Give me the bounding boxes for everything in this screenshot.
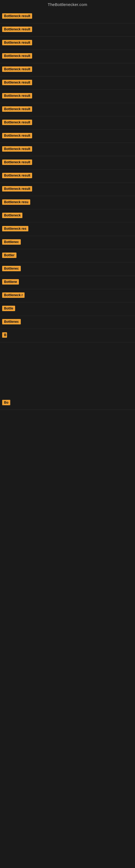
list-item: Bottleneck result — [0, 50, 135, 63]
list-item: Bottleneck res — [0, 223, 135, 236]
bottleneck-badge[interactable]: Bottler — [2, 252, 16, 258]
bottleneck-badge[interactable]: Bottleneck result — [2, 146, 32, 152]
bottleneck-badge[interactable]: Bottleneck — [2, 213, 22, 218]
list-item: Bottleneck — [0, 209, 135, 223]
list-item: Bottleneck result — [0, 76, 135, 90]
bottleneck-badge[interactable]: Bottleneck result — [2, 66, 32, 72]
list-item: Bottleneck result — [0, 143, 135, 156]
bottleneck-badge[interactable]: Bottleneck result — [2, 120, 32, 125]
list-item: Bottleneck result — [0, 63, 135, 76]
bottleneck-badge[interactable]: Bottleneck result — [2, 13, 32, 19]
bottleneck-badge[interactable]: Bottleneck res — [2, 226, 28, 231]
list-item: Bottlenec — [0, 316, 135, 329]
bottleneck-badge[interactable]: Bottlenec — [2, 266, 21, 271]
bottleneck-badge[interactable]: Bottlene — [2, 279, 19, 284]
list-item: Bottleneck r — [0, 289, 135, 303]
bottleneck-badge[interactable]: Bottleneck result — [2, 133, 32, 138]
list-item: Bottler — [0, 249, 135, 262]
bottleneck-badge[interactable]: Bottleneck result — [2, 106, 32, 112]
bottleneck-badge[interactable]: Bo — [2, 400, 10, 405]
list-item: Bottleneck result — [0, 37, 135, 50]
bottleneck-badge[interactable]: Bottleneck result — [2, 93, 32, 98]
bottleneck-badge[interactable]: Bottleneck r — [2, 292, 25, 298]
bottleneck-badge[interactable]: Bottlenec — [2, 239, 21, 245]
list-item: Bottle — [0, 303, 135, 316]
site-title: TheBottlenecker.com — [48, 2, 87, 7]
bottleneck-badge[interactable]: Bottleneck result — [2, 27, 32, 32]
bottleneck-badge[interactable]: Bottle — [2, 306, 15, 311]
list-item: Bottleneck result — [0, 103, 135, 116]
bottleneck-list: Bottleneck result Bottleneck result Bott… — [0, 10, 135, 529]
bottleneck-badge[interactable]: Bottleneck result — [2, 53, 32, 59]
bottleneck-badge[interactable]: Bottlenec — [2, 319, 21, 324]
bottleneck-badge[interactable]: Bottleneck result — [2, 159, 32, 165]
bottleneck-badge[interactable]: Bottleneck result — [2, 186, 32, 191]
bottleneck-badge[interactable]: Bottleneck result — [2, 80, 32, 85]
list-item: Bottleneck result — [0, 156, 135, 169]
spacer — [0, 342, 135, 397]
list-item: Bottleneck result — [0, 169, 135, 183]
bottleneck-badge[interactable]: Bottleneck result — [2, 173, 32, 178]
spacer-bottom2 — [0, 464, 135, 518]
list-item: Bottleneck result — [0, 90, 135, 103]
list-item: Bottleneck resu — [0, 196, 135, 209]
bottleneck-badge[interactable]: Bottleneck result — [2, 40, 32, 45]
list-item: Bottlenec — [0, 236, 135, 249]
list-item: B — [0, 329, 135, 342]
list-item: Bo — [0, 397, 135, 410]
bottleneck-badge[interactable]: B — [2, 332, 7, 338]
list-item: Bottlene — [0, 276, 135, 289]
site-header: TheBottlenecker.com — [0, 0, 135, 10]
list-item: Bottleneck result — [0, 23, 135, 37]
list-item: Bottlenec — [0, 262, 135, 276]
list-item: Bottleneck result — [0, 116, 135, 130]
page-wrapper: TheBottlenecker.com Bottleneck result Bo… — [0, 0, 135, 529]
spacer-bottom — [0, 410, 135, 464]
list-item: Bottleneck result — [0, 183, 135, 196]
list-item: Bottleneck result — [0, 10, 135, 23]
bottleneck-badge[interactable]: Bottleneck resu — [2, 199, 30, 205]
list-item: Bottleneck result — [0, 130, 135, 143]
